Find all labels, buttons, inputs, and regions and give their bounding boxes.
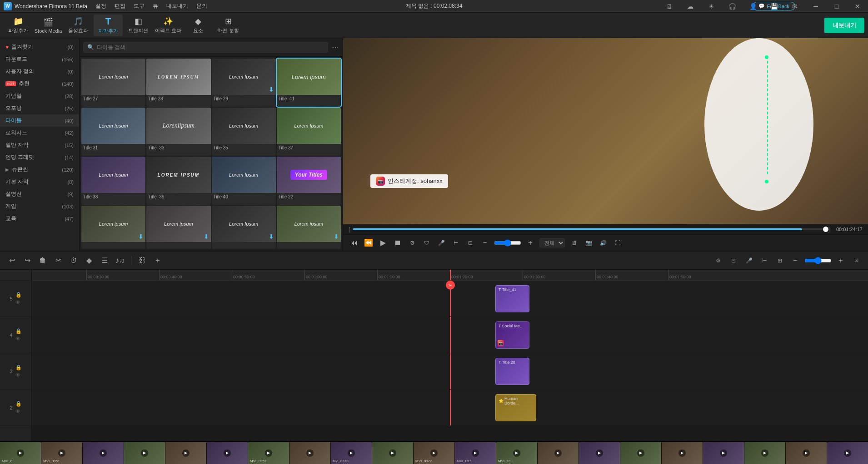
tool-stock-media[interactable]: 🎬 Stock Media: [34, 15, 63, 36]
fit-timeline[interactable]: ⊡: [850, 254, 863, 267]
film-play-1[interactable]: ▶: [58, 449, 65, 457]
search-input[interactable]: [97, 44, 324, 50]
diamond-button[interactable]: ◆: [83, 254, 95, 267]
sidebar-item-opening[interactable]: 오포닝 (25): [0, 102, 79, 114]
volume-icon[interactable]: 🔊: [598, 237, 609, 248]
track-5-lock[interactable]: 🔒: [15, 292, 22, 298]
title-card-39[interactable]: Lorem ipsum Title_39: [146, 157, 210, 205]
track-4-eye[interactable]: 👁: [15, 336, 22, 341]
audio-button[interactable]: ♪♫: [114, 254, 126, 267]
title-card-28[interactable]: LOREM IPSUM Title 28: [146, 59, 210, 107]
sidebar-item-newsroom[interactable]: ▶ 뉴큰씬 (120): [0, 163, 79, 176]
delete-button[interactable]: 🗑: [36, 254, 49, 267]
tool-transitions[interactable]: ◧ 트랜지션: [124, 15, 153, 36]
menu-help[interactable]: 문의: [193, 1, 211, 11]
tool-elements[interactable]: ◆ 요소: [184, 15, 213, 36]
user-icon[interactable]: 👤: [743, 0, 763, 13]
title-card-c[interactable]: Lorem Ipsum ⬇: [212, 206, 276, 249]
clip-title28[interactable]: T Title 28: [495, 358, 529, 385]
film-play-17[interactable]: ▶: [720, 449, 727, 457]
minimize-button[interactable]: ─: [805, 0, 826, 13]
title-card-22[interactable]: Your Titles Title 22: [277, 157, 341, 205]
timer-button[interactable]: ⏱: [67, 254, 80, 267]
film-frame-9[interactable]: ▶: [372, 442, 413, 464]
title-card-b[interactable]: Lorem ipsum ⬇: [146, 206, 210, 249]
levels-button[interactable]: ☰: [98, 254, 111, 267]
film-play-10[interactable]: ▶: [430, 449, 438, 457]
zoom-slider[interactable]: [494, 239, 521, 247]
timeline-zoom-slider[interactable]: [804, 257, 832, 264]
film-play-9[interactable]: ▶: [389, 449, 396, 457]
sidebar-item-lowercase[interactable]: ◄ 로워시드 (42): [0, 127, 79, 139]
title-card-27[interactable]: Lorem Ipsum Title 27: [81, 59, 145, 107]
view-mode-select[interactable]: 전체: [539, 238, 565, 247]
track-2-lock[interactable]: 🔒: [15, 401, 22, 407]
clip-title41[interactable]: T Title_41: [495, 285, 529, 312]
film-frame-18[interactable]: ▶: [744, 442, 785, 464]
voiceover-icon[interactable]: 🎤: [743, 254, 755, 267]
sidebar-item-recommended[interactable]: HOT 추천 (140): [0, 78, 79, 90]
grid-options-icon[interactable]: ⋯: [332, 43, 339, 52]
film-play-3[interactable]: ▶: [141, 449, 148, 457]
sidebar-item-subtitles[interactable]: 일반 자막 (15): [0, 139, 79, 151]
film-frame-2[interactable]: ▶: [83, 442, 124, 464]
split-icon[interactable]: ⊢: [450, 237, 461, 248]
track-5-eye[interactable]: 👁: [15, 300, 22, 305]
clip-social-media[interactable]: T Social Me... 📷: [495, 321, 529, 349]
export-button[interactable]: 내보내기: [824, 18, 864, 33]
track-2-eye[interactable]: 👁: [15, 409, 22, 414]
minus-zoom-icon[interactable]: −: [479, 237, 490, 248]
sidebar-item-basic-sub[interactable]: 기본 자막 (8): [0, 176, 79, 188]
title-card-a[interactable]: Lorem ipsum ⬇: [81, 206, 145, 249]
title-card-41[interactable]: Lorem ipsum Title_41: [277, 59, 341, 107]
film-frame-1[interactable]: ▶ MVI_0951: [41, 442, 82, 464]
film-frame-0[interactable]: ▶ MVI_0: [0, 442, 41, 464]
cloud-icon[interactable]: ☁: [680, 0, 701, 13]
film-frame-8[interactable]: ▶ Mvi_0370: [331, 442, 372, 464]
menu-edit[interactable]: 편집: [111, 1, 129, 11]
mail-icon[interactable]: ✉: [784, 0, 805, 13]
film-play-13[interactable]: ▶: [554, 449, 562, 457]
redo-button[interactable]: ↪: [21, 254, 34, 267]
step-back-button[interactable]: ⏪: [363, 237, 374, 248]
film-frame-4[interactable]: ▶: [165, 442, 206, 464]
title-card-d[interactable]: Lorem ipsum ⬇: [277, 206, 341, 249]
tool-audio-effects[interactable]: 🎵 음성효과: [64, 15, 93, 36]
sidebar-item-callout[interactable]: 설명선 (9): [0, 188, 79, 200]
clip-human-border[interactable]: ⭐ Human Borde...: [495, 394, 536, 421]
split-timeline-icon[interactable]: ⊢: [758, 254, 771, 267]
film-frame-10[interactable]: ▶ MVI_0972: [414, 442, 454, 464]
film-frame-17[interactable]: ▶: [703, 442, 744, 464]
monitor-icon[interactable]: 🖥: [659, 0, 680, 13]
film-play-19[interactable]: ▶: [803, 449, 810, 457]
film-play-15[interactable]: ▶: [637, 449, 644, 457]
film-frame-15[interactable]: ▶: [620, 442, 661, 464]
sidebar-item-custom[interactable]: 사용자 정의 (0): [0, 65, 79, 78]
segment-icon[interactable]: ⊟: [727, 254, 740, 267]
sun-icon[interactable]: ☀: [701, 0, 722, 13]
film-frame-16[interactable]: ▶: [662, 442, 703, 464]
render-timeline-icon[interactable]: ⚙: [712, 254, 724, 267]
film-play-4[interactable]: ▶: [182, 449, 190, 457]
sidebar-item-download[interactable]: 다운로드 (156): [0, 53, 79, 65]
film-play-11[interactable]: ▶: [472, 449, 479, 457]
sidebar-item-game[interactable]: 게임 (103): [0, 200, 79, 212]
cut-button[interactable]: ✂: [52, 254, 65, 267]
title-card-40[interactable]: Lorem Ipsum Title 40: [212, 157, 276, 205]
tool-titles[interactable]: T 자막추가: [94, 15, 123, 36]
layout-icon[interactable]: ⊟: [465, 237, 476, 248]
close-button[interactable]: ✕: [847, 0, 868, 13]
menu-settings[interactable]: 설정: [92, 1, 110, 11]
film-frame-11[interactable]: ▶ MVI_097...: [455, 442, 496, 464]
title-card-38[interactable]: Lorem Ipsum Title 38: [81, 157, 145, 205]
menu-view[interactable]: 뷰: [149, 1, 162, 11]
film-frame-7[interactable]: ▶: [289, 442, 330, 464]
mic-icon[interactable]: 🎤: [436, 237, 447, 248]
menu-tools[interactable]: 도구: [130, 1, 148, 11]
film-play-14[interactable]: ▶: [596, 449, 603, 457]
title-card-31[interactable]: Lorem Ipsum Title 31: [81, 108, 145, 156]
track-4-lock[interactable]: 🔒: [15, 328, 22, 334]
film-play-2[interactable]: ▶: [100, 449, 107, 457]
title-card-33[interactable]: Loreniipsum Title_33: [146, 108, 210, 156]
tool-file-add[interactable]: 📁 파일추가: [4, 15, 33, 36]
